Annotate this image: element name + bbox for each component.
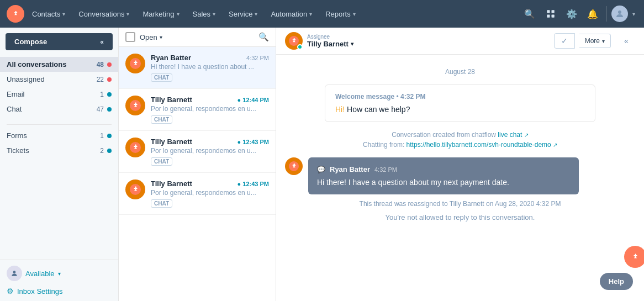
more-caret-icon: ▾	[602, 38, 605, 44]
sidebar-item-chat[interactable]: Chat 47	[0, 102, 118, 117]
settings-icon-btn[interactable]: ⚙️	[562, 4, 581, 23]
filter-caret-icon: ▾	[160, 34, 162, 40]
top-nav: Contacts ▾ Conversations ▾ Marketing ▾ S…	[0, 0, 644, 28]
hubspot-float-button[interactable]	[624, 246, 644, 268]
sidebar-item-forms[interactable]: Forms 1	[0, 128, 118, 143]
tickets-dot	[107, 149, 112, 153]
nav-divider	[606, 6, 607, 22]
marketplace-icon-btn[interactable]	[541, 4, 560, 23]
nav-automation[interactable]: Automation ▾	[265, 7, 318, 22]
svg-rect-4	[552, 15, 555, 18]
left-sidebar: Compose « All conversations 48 Unassigne…	[0, 28, 119, 301]
conv-avatar-tilly-2	[125, 138, 145, 157]
user-msg-avatar	[285, 157, 303, 175]
forms-dot	[107, 134, 112, 138]
email-dot	[107, 92, 112, 97]
sidebar-item-tickets[interactable]: Tickets 2	[0, 143, 118, 158]
assignee-info: Assignee Tilly Barnett ▾	[307, 34, 353, 48]
select-all-checkbox[interactable]	[125, 32, 135, 42]
sidebar-item-email[interactable]: Email 1	[0, 87, 118, 102]
chat-messages: August 28 Welcome message • 4:32 PM Hi! …	[276, 55, 644, 301]
chat-tag-tilly-1: CHAT	[151, 115, 172, 124]
conv-avatar-tilly-3	[125, 179, 145, 199]
chat-tag-ryan: CHAT	[151, 73, 172, 82]
sidebar-nav: All conversations 48 Unassigned 22 Email…	[0, 55, 118, 260]
collapse-icon: «	[100, 38, 104, 46]
chat-dot	[107, 107, 112, 112]
main-nav-section: All conversations 48 Unassigned 22 Email…	[0, 57, 118, 121]
svg-point-5	[618, 10, 621, 14]
automation-caret-icon: ▾	[309, 11, 312, 17]
inbox-settings-button[interactable]: ⚙ Inbox Settings	[7, 287, 112, 295]
chatting-from: Chatting from: https://hello.tillybarnet…	[285, 141, 635, 149]
help-button[interactable]: Help	[600, 273, 633, 290]
external-link-icon: ↗	[524, 132, 529, 138]
available-caret-icon: ▾	[58, 271, 61, 277]
nav-service[interactable]: Service ▾	[223, 7, 263, 22]
more-button[interactable]: More ▾	[579, 34, 611, 48]
header-actions: ✓ More ▾	[554, 33, 611, 49]
sales-caret-icon: ▾	[213, 11, 215, 17]
date-divider: August 28	[285, 68, 635, 76]
nav-reports[interactable]: Reports ▾	[320, 7, 361, 22]
service-caret-icon: ▾	[255, 11, 257, 17]
hubspot-logo[interactable]	[7, 5, 24, 23]
assignee-name-btn[interactable]: Tilly Barnett ▾	[307, 40, 353, 48]
user-message-bubble: 💬 Ryan Batter 4:32 PM Hi there! I have a…	[308, 157, 579, 194]
welcome-message-card: Welcome message • 4:32 PM Hi! How can we…	[325, 85, 595, 122]
user-message-text: Hi there! I have a question about my nex…	[317, 178, 570, 187]
filter-open-button[interactable]: Open ▾	[140, 33, 162, 41]
chatting-from-external-icon: ↗	[553, 142, 557, 148]
nav-marketing[interactable]: Marketing ▾	[137, 7, 184, 22]
conv-search-button[interactable]: 🔍	[258, 32, 269, 42]
chat-header: Assignee Tilly Barnett ▾ ✓ More ▾ «	[276, 28, 644, 55]
user-message-row: 💬 Ryan Batter 4:32 PM Hi there! I have a…	[285, 157, 635, 194]
nav-contacts[interactable]: Contacts ▾	[27, 7, 71, 22]
conv-item-ryan-batter[interactable]: Ryan Batter 4:32 PM Hi there! I have a q…	[119, 47, 276, 89]
search-icon-btn[interactable]: 🔍	[520, 4, 539, 23]
not-allowed-notice: You're not allowed to reply to this conv…	[285, 213, 635, 221]
notifications-icon-btn[interactable]: 🔔	[583, 4, 602, 23]
svg-rect-3	[547, 15, 550, 18]
conv-item-tilly-3[interactable]: Tilly Barnett ● 12:43 PM Por lo general,…	[119, 173, 276, 215]
contacts-caret-icon: ▾	[62, 11, 65, 17]
check-button[interactable]: ✓	[554, 33, 575, 49]
welcome-message-text: Hi! How can we help?	[335, 105, 585, 114]
nav-conversations[interactable]: Conversations ▾	[73, 7, 135, 22]
welcome-message-title: Welcome message • 4:32 PM	[335, 93, 585, 101]
chatflow-link[interactable]: live chat ↗	[498, 131, 528, 139]
chatflow-info: Conversation created from chatflow live …	[285, 131, 635, 139]
assignee-block: Assignee Tilly Barnett ▾	[285, 32, 353, 50]
settings-gear-icon: ⚙	[7, 287, 14, 295]
conv-item-tilly-1[interactable]: Tilly Barnett ● 12:44 PM Por lo general,…	[119, 89, 276, 131]
svg-point-6	[13, 271, 16, 273]
conversation-list: Open ▾ 🔍 Ryan Batter 4:32 PM	[119, 28, 276, 301]
conv-avatar-tilly-1	[125, 96, 145, 115]
availability-avatar	[7, 266, 22, 281]
conv-item-tilly-2[interactable]: Tilly Barnett ● 12:43 PM Por lo general,…	[119, 131, 276, 173]
conv-body-tilly-3: Tilly Barnett ● 12:43 PM Por lo general,…	[151, 179, 269, 208]
conv-body-tilly-1: Tilly Barnett ● 12:44 PM Por lo general,…	[151, 96, 269, 124]
right-panel-collapse-button[interactable]: «	[617, 32, 635, 50]
sidebar-item-unassigned[interactable]: Unassigned 22	[0, 72, 118, 87]
reassign-notice: This thread was reassigned to Tilly Barn…	[285, 200, 635, 208]
user-msg-bubble-area: 💬 Ryan Batter 4:32 PM Hi there! I have a…	[308, 157, 635, 194]
sidebar-separator	[7, 124, 112, 125]
unassigned-dot	[107, 77, 112, 82]
availability-button[interactable]: Available ▾	[7, 266, 112, 281]
reports-caret-icon: ▾	[353, 11, 356, 17]
sidebar-item-all-conversations[interactable]: All conversations 48	[0, 57, 118, 72]
assignee-caret-icon: ▾	[351, 41, 353, 47]
assignee-avatar	[285, 32, 303, 50]
conversation-items: Ryan Batter 4:32 PM Hi there! I have a q…	[119, 47, 276, 301]
conversations-caret-icon: ▾	[126, 11, 129, 17]
compose-button[interactable]: Compose «	[6, 33, 113, 50]
user-avatar[interactable]	[611, 6, 628, 22]
nav-sales[interactable]: Sales ▾	[187, 7, 221, 22]
all-conversations-dot	[107, 62, 112, 67]
main-layout: Compose « All conversations 48 Unassigne…	[0, 28, 644, 301]
user-menu-caret[interactable]: ▾	[630, 11, 637, 17]
sidebar-bottom: Available ▾ ⚙ Inbox Settings	[0, 260, 118, 301]
svg-rect-2	[552, 10, 555, 13]
chatting-from-link[interactable]: https://hello.tillybarnett.com/svh-round…	[407, 141, 557, 149]
